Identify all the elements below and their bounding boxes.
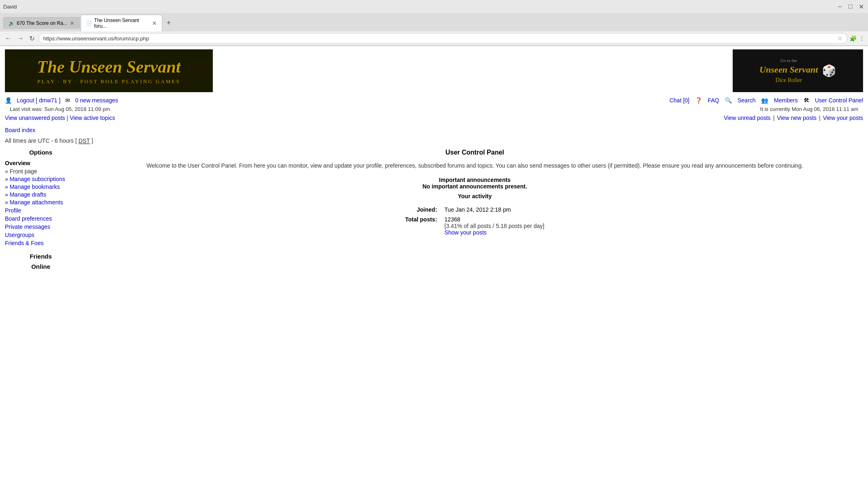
- reload-button[interactable]: ↻: [28, 34, 36, 43]
- sidebar-item-attachments[interactable]: » Manage attachments: [5, 199, 77, 206]
- info-bar: View unanswered posts | View active topi…: [0, 113, 868, 124]
- radio-tab-label: 670 The Score on Ra...: [17, 20, 67, 26]
- extensions-icon[interactable]: 🧩: [850, 35, 857, 42]
- usergroups-link[interactable]: Usergroups: [5, 232, 77, 238]
- page: The Unseen Servant Play · By · Post Role…: [0, 46, 868, 413]
- sidebar-item-subscriptions[interactable]: » Manage subscriptions: [5, 176, 77, 182]
- chat-link[interactable]: Chat [0]: [669, 97, 689, 104]
- forward-button[interactable]: →: [15, 34, 25, 43]
- posts-stats: [3.41% of all posts / 5.18 posts per day…: [444, 223, 544, 229]
- tab-radio[interactable]: 🔊 670 The Score on Ra... ✕: [3, 17, 80, 29]
- board-index-link[interactable]: Board index: [5, 127, 35, 133]
- view-unread-link[interactable]: View unread posts: [724, 115, 771, 121]
- view-your-link[interactable]: View your posts: [823, 115, 863, 121]
- timezone-end: ]: [91, 137, 93, 144]
- view-unanswered-link[interactable]: View unanswered posts: [5, 115, 65, 121]
- frontpage-label: » Front page: [5, 168, 37, 175]
- profile-link[interactable]: Profile: [5, 207, 77, 214]
- manage-attachments-link[interactable]: » Manage attachments: [5, 199, 63, 206]
- close-button[interactable]: ✕: [857, 3, 865, 10]
- faq-link[interactable]: FAQ: [708, 97, 719, 104]
- back-button[interactable]: ←: [3, 34, 13, 43]
- separator-2: |: [773, 115, 775, 121]
- menu-icon[interactable]: ⋮: [859, 35, 865, 42]
- breadcrumb: Board index: [0, 124, 868, 136]
- private-messages-link[interactable]: Private messages: [5, 223, 77, 230]
- timezone-bar: All times are UTC - 6 hours [ DST ]: [0, 136, 868, 149]
- address-bar: ← → ↻ https://www.unseenservant.us/forum…: [0, 31, 868, 46]
- site-logo: The Unseen Servant Play · By · Post Role…: [5, 49, 213, 92]
- manage-bookmarks-link[interactable]: » Manage bookmarks: [5, 184, 60, 190]
- total-posts-label: Total posts:: [402, 215, 440, 237]
- joined-value: Tue Jan 24, 2012 2:18 pm: [441, 205, 548, 214]
- faq-icon: ❓: [695, 97, 702, 104]
- panel-title: User Control Panel: [86, 149, 863, 156]
- logo-title: The Unseen Servant: [37, 57, 181, 77]
- separator-3: |: [819, 115, 821, 121]
- radio-tab-favicon: 🔊: [9, 20, 14, 26]
- radio-tab-close[interactable]: ✕: [70, 20, 75, 27]
- dst-label: DST: [79, 137, 90, 144]
- timezone-text: All times are UTC - 6 hours [: [5, 137, 77, 144]
- sidebar-item-frontpage[interactable]: » Front page: [5, 168, 77, 175]
- url-box[interactable]: https://www.unseenservant.us/forum/ucp.p…: [39, 33, 847, 44]
- forum-tab-label: The Unseen Servant foru...: [94, 18, 150, 29]
- friends-title: Friends: [5, 253, 77, 260]
- ucp-icon: 🛠: [804, 97, 809, 104]
- no-announcements-text: No important announcements present.: [86, 183, 863, 190]
- options-title: Options: [5, 149, 77, 156]
- overview-title: Overview: [5, 160, 77, 166]
- tab-bar: 🔊 670 The Score on Ra... ✕ 📄 The Unseen …: [0, 13, 868, 31]
- manage-drafts-link[interactable]: » Manage drafts: [5, 191, 46, 198]
- members-link[interactable]: Members: [774, 97, 797, 104]
- activity-title: Your activity: [86, 193, 863, 199]
- friends-foes-link[interactable]: Friends & Foes: [5, 240, 77, 246]
- messages-link[interactable]: 0 new messages: [75, 97, 118, 104]
- maximize-button[interactable]: □: [847, 3, 854, 10]
- sidebar-item-drafts[interactable]: » Manage drafts: [5, 191, 77, 198]
- browser-chrome: David – □ ✕ 🔊 670 The Score on Ra... ✕ 📄…: [0, 0, 868, 46]
- activity-table: Joined: Tue Jan 24, 2012 2:18 pm Total p…: [401, 204, 548, 238]
- search-link[interactable]: Search: [738, 97, 755, 104]
- view-new-link[interactable]: View new posts: [777, 115, 817, 121]
- bookmark-icon[interactable]: ☆: [837, 35, 843, 42]
- dice-roller-text: Go to the Unseen Servant Dice Roller: [760, 58, 818, 84]
- separator-1: |: [67, 115, 68, 121]
- manage-subscriptions-link[interactable]: » Manage subscriptions: [5, 176, 65, 182]
- nav-right: Chat [0] ❓ FAQ 🔍 Search 👥 Members 🛠 User…: [669, 97, 863, 104]
- logo-subtitle: Play · By · Post Role Playing Games: [38, 78, 181, 85]
- message-icon: ✉: [65, 97, 70, 104]
- joined-label: Joined:: [402, 205, 440, 214]
- title-bar: David – □ ✕: [0, 0, 868, 13]
- ucp-link[interactable]: User Control Panel: [815, 97, 863, 104]
- user-icon: 👤: [5, 97, 12, 104]
- announcements-title: Important announcements: [86, 177, 863, 183]
- forum-tab-close[interactable]: ✕: [152, 20, 157, 27]
- online-title: Online: [5, 263, 77, 270]
- minimize-button[interactable]: –: [836, 3, 844, 10]
- title-bar-left: David: [3, 4, 17, 10]
- new-tab-button[interactable]: +: [163, 18, 174, 28]
- dice-logo-main: Unseen Servant: [760, 64, 818, 76]
- joined-row: Joined: Tue Jan 24, 2012 2:18 pm: [402, 205, 548, 214]
- right-post-links: View unread posts | View new posts | Vie…: [724, 115, 863, 121]
- view-active-link[interactable]: View active topics: [70, 115, 115, 121]
- show-posts-link[interactable]: Show your posts: [444, 229, 487, 236]
- board-prefs-link[interactable]: Board preferences: [5, 215, 77, 222]
- last-visit-text: Last visit was: Sun Aug 05, 2018 11:09 p…: [5, 105, 115, 113]
- window-controls[interactable]: – □ ✕: [836, 3, 865, 10]
- total-posts-value: 12368 [3.41% of all posts / 5.18 posts p…: [441, 215, 548, 237]
- tab-forum[interactable]: 📄 The Unseen Servant foru... ✕: [81, 15, 162, 31]
- logout-link[interactable]: Logout [ dmw71 ]: [17, 97, 60, 104]
- window-title: David: [3, 4, 17, 10]
- current-time-text: It is currently Mon Aug 06, 2018 11:11 a…: [755, 105, 863, 113]
- members-icon: 👥: [761, 97, 768, 104]
- posts-count: 12368: [444, 216, 460, 223]
- addr-icons: ☆: [837, 35, 843, 42]
- sidebar-item-bookmarks[interactable]: » Manage bookmarks: [5, 184, 77, 190]
- dice-logo-sub: Dice Roller: [760, 76, 818, 84]
- welcome-text: Welcome to the User Control Panel. From …: [86, 161, 863, 170]
- dice-roller-banner[interactable]: Go to the Unseen Servant Dice Roller 🎲: [733, 49, 863, 92]
- dice-icon: 🎲: [822, 64, 836, 77]
- top-nav-bar: 👤 Logout [ dmw71 ] ✉ 0 new messages Chat…: [0, 95, 868, 105]
